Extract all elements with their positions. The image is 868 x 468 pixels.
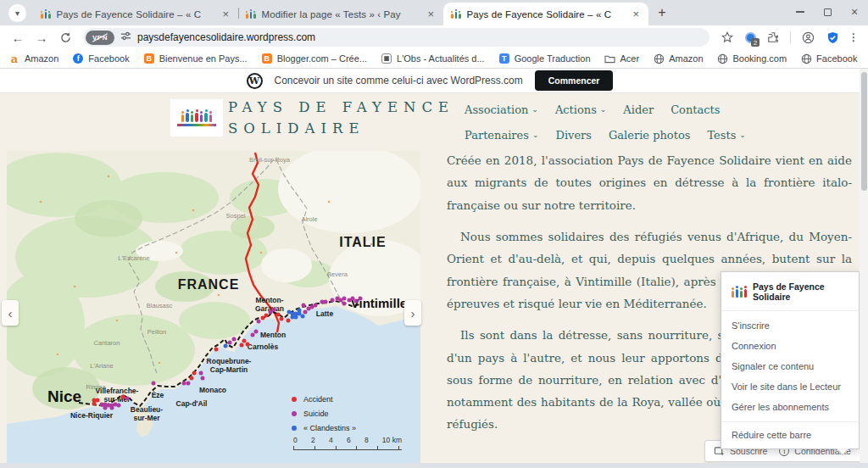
map-incident-dot [186,382,191,386]
bookmark-item[interactable]: BBlogger.com – Crée... [261,53,367,64]
extensions-puzzle-icon[interactable] [762,27,784,47]
nav-item-aider[interactable]: Aider [623,103,654,116]
bookmark-item[interactable]: fFacebook [72,53,129,64]
extension-icon[interactable]: 2 [741,28,760,47]
bookmark-item[interactable]: Amazon [653,53,703,64]
chevron-down-icon: ⌄ [532,131,539,139]
map-incident-dot [280,317,284,321]
site-logo[interactable] [170,99,223,136]
nav-item-actions[interactable]: Actions⌄ [555,103,606,116]
carousel-prev-icon[interactable]: ‹ [2,300,19,326]
chevron-down-icon: ⌄ [531,105,538,114]
legend-row: Suicide [292,406,356,421]
security-shield-icon[interactable] [821,27,843,47]
map-incident-dot [298,309,302,313]
nav-item-galerie-photos[interactable]: Galerie photos [609,129,690,142]
map-incident-dot [251,333,255,337]
amazon-favicon-icon: a [8,53,20,64]
map-incident-dot [342,297,347,301]
scrollbar-thumb[interactable] [861,72,867,191]
nav-item-association[interactable]: Association⌄ [465,103,538,116]
browser-tab[interactable]: Pays de Fayence Solidaire – « C× [443,3,648,25]
bookmark-item[interactable]: Booking.com [717,53,787,64]
bookmark-label: Bienvenue en Pays... [159,53,248,64]
browser-tab[interactable]: Pays de Fayence Solidaire – « C× [33,3,238,25]
nav-item-label: Contacts [670,103,720,116]
reader-menu-item[interactable]: Voir le site dans le Lecteur [721,376,859,397]
browser-menu-icon[interactable]: ⋮ [846,31,861,43]
map-incident-dot [314,304,318,308]
chevron-down-icon: ⌄ [739,131,746,139]
nav-row-2: Partenaires⌄DiversGalerie photosTests⌄ [465,122,746,148]
map-incident-dot [354,299,359,304]
map-incident-dot [301,315,305,319]
bookmark-label: Amazon [669,53,703,64]
forward-icon[interactable]: → [31,27,53,47]
bookmark-item[interactable]: TGoogle Traduction [498,53,591,64]
map-incident-dot [302,304,306,308]
legend-label: Accident [303,395,333,404]
bookmark-item[interactable]: Facebook [800,53,857,64]
border-map[interactable]: Breil-sur-RoyaSospelL'EscarèneAiroleBeve… [7,151,420,463]
nav-item-tests[interactable]: Tests⌄ [707,129,745,142]
nav-item-contacts[interactable]: Contacts [670,103,720,116]
nav-item-partenaires[interactable]: Partenaires⌄ [465,129,538,142]
nav-item-divers[interactable]: Divers [555,129,592,142]
bookmark-item[interactable]: aAmazon [8,53,58,64]
map-legend: AccidentSuicide« Clandestins » [292,392,356,435]
site-title[interactable]: PAYS DE FAYENCE SOLIDAIRE [228,97,454,139]
reader-menu-item[interactable]: Signaler ce contenu [721,356,859,376]
back-icon[interactable]: ← [7,27,29,47]
chevron-down-icon: ⌄ [600,105,607,114]
tab-search-icon[interactable]: ▾ [8,4,26,22]
tune-icon[interactable] [120,30,131,45]
site-title-line1: PAYS DE FAYENCE [228,97,454,118]
logo-figure [246,11,248,19]
browser-tab[interactable]: Modifier la page « Tests » ‹ Pay× [238,3,443,25]
scale-tick [398,446,399,449]
map-incident-dot [152,382,156,386]
minimize-button[interactable] [787,0,814,24]
tab-close-icon[interactable]: × [631,8,641,20]
bookmark-item[interactable]: Acer [604,53,640,64]
tab-close-icon[interactable]: × [426,8,436,20]
site-favicon-icon [41,9,51,19]
reader-dropdown-menu: Pays de Fayence Solidaire S'inscrireConn… [721,271,860,449]
map-incident-dot [117,404,121,408]
vpn-badge[interactable]: VPN [86,31,114,45]
reader-menu-item[interactable]: Connexion [721,336,859,356]
map-incident-dot [192,371,197,376]
logo-figure [45,9,47,19]
logo-figure [209,111,213,122]
map-incident-dot [125,397,130,401]
bookmark-item[interactable]: ▦L'Obs - Actualités d... [381,53,485,64]
facebook-favicon-icon: f [72,53,84,64]
bookmark-star-icon[interactable] [716,27,738,47]
bookmark-item[interactable]: BBienvenue en Pays... [143,53,248,64]
nav-item-label: Galerie photos [609,129,690,142]
page-scrollbar[interactable] [860,69,868,463]
reader-menu-collapse[interactable]: Réduire cette barre [721,421,859,448]
restore-button[interactable] [814,0,841,24]
map-incident-dot [294,315,298,320]
profile-icon[interactable] [797,27,819,47]
url-text[interactable]: paysdefayencesolidaire.wordpress.com [137,31,315,43]
tab-close-icon[interactable]: × [220,8,231,20]
scale-tick [293,446,294,449]
carousel-next-icon[interactable]: › [404,300,421,326]
logo-figure [195,109,198,122]
reload-icon[interactable] [54,27,76,47]
new-tab-button[interactable]: + [652,3,672,23]
banner-start-button[interactable]: Commencer [535,70,614,91]
reader-menu-item[interactable]: Gérer les abonnements [721,397,859,417]
address-bar[interactable]: VPN paysdefayencesolidaire.wordpress.com [83,28,709,47]
reader-menu-item[interactable]: S'inscrire [721,315,859,336]
map-incident-dot [232,337,236,342]
bookmark-label: Google Traduction [515,53,591,64]
site-favicon-icon [246,9,256,19]
map-scale: 0246810 km [293,436,402,450]
close-button[interactable]: × [841,0,868,24]
paragraph-1: Créée en 2018, l'association Pays de Fay… [447,149,852,216]
tab-strip-tabs: Pays de Fayence Solidaire – « C×Modifier… [33,3,648,25]
map-incident-dot [240,343,244,348]
